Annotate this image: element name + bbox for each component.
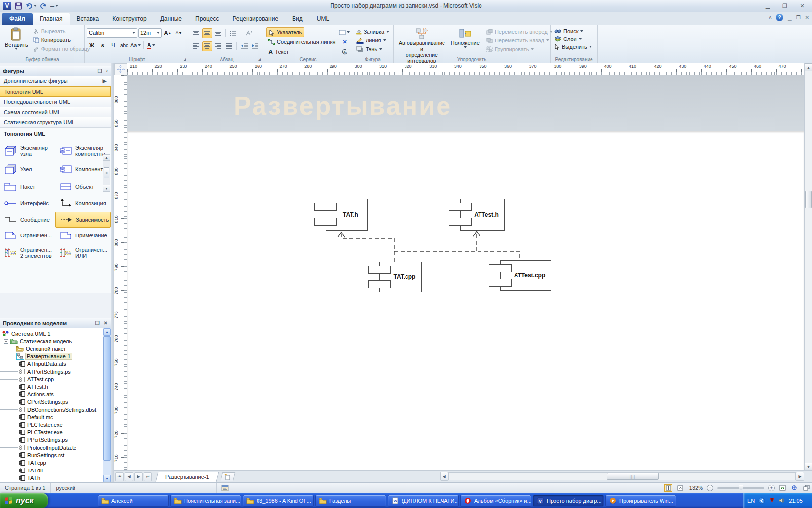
task-folder-explanatory-note[interactable]: Пояснительная запи... (170, 495, 241, 507)
next-page-icon[interactable]: ▶ (134, 472, 143, 481)
tree-deployment-diagram[interactable]: Развертывание-1 (0, 352, 103, 360)
tab-design[interactable]: Конструктор (106, 13, 153, 25)
uml-component-ATTest.cpp[interactable]: ATTest.cpp (500, 260, 551, 291)
float-panel-icon[interactable]: ❐ (95, 320, 100, 326)
layers-button[interactable]: Слои (553, 35, 595, 43)
task-visio-diagrams[interactable]: V Просто набор диагр... (533, 495, 604, 507)
tab-data[interactable]: Данные (153, 13, 188, 25)
switch-windows-icon[interactable] (802, 484, 810, 492)
tree-root[interactable]: Система UML 1 (0, 330, 103, 337)
tree-file-item[interactable]: RunSettings.rst (0, 451, 103, 459)
close-icon[interactable]: ✕ (795, 2, 809, 10)
stencil-uml-statechart[interactable]: Схема состояний UML (0, 107, 111, 117)
zoom-slider[interactable] (717, 487, 764, 489)
explorer-scrollbar[interactable]: ▲ ▼ (103, 328, 111, 482)
align-right-icon[interactable] (213, 41, 223, 51)
fit-page-icon[interactable] (778, 484, 786, 492)
doc-minimize-icon[interactable]: ▁ (788, 15, 792, 20)
tree-file-item[interactable]: ProtocolInputData.tc (0, 444, 103, 451)
change-case-button[interactable]: Aa (130, 40, 141, 50)
tree-file-item[interactable]: TAT.cpp (0, 459, 103, 467)
align-middle-icon[interactable] (202, 28, 212, 38)
superscript-icon[interactable] (244, 28, 254, 38)
tree-file-item[interactable]: Default.mc (0, 413, 103, 421)
paste-button[interactable]: Вставить (2, 26, 31, 53)
position-button[interactable]: Положение (448, 26, 482, 49)
stencil-scrollbar[interactable]: ▲ ≡ ▼ (103, 154, 110, 192)
doc-restore-icon[interactable]: ❐ (796, 15, 801, 20)
tree-file-item[interactable]: TAT.dll (0, 467, 103, 474)
tree-main-package[interactable]: − Основной пакет (0, 345, 103, 352)
stencil-more-shapes[interactable]: Дополнительные фигуры ▶ (0, 76, 111, 86)
tab-process[interactable]: Процесс (188, 13, 225, 25)
master-constraint-2[interactable]: КиА Ограничен... 2 элементов (0, 243, 55, 262)
strikethrough-button[interactable]: abc (119, 40, 129, 50)
macro-record-button[interactable] (216, 483, 234, 493)
text-tool-button[interactable]: А Текст (266, 47, 291, 57)
select-button[interactable]: Выделить (553, 43, 595, 51)
page-indicator[interactable]: Страница 1 из 1 (0, 483, 51, 493)
font-dialog-launcher[interactable]: ◢ (183, 57, 188, 62)
tree-file-item[interactable]: DBConnectionsSettings.dbst (0, 406, 103, 413)
horizontal-scrollbar[interactable]: ◀ |||| ▶ (440, 472, 804, 481)
tab-uml[interactable]: UML (310, 13, 336, 25)
master-constraint-or[interactable]: КиА Ограничен... ИЛИ (55, 243, 111, 262)
collapse-node-icon[interactable]: − (10, 347, 14, 351)
find-button[interactable]: Поиск (553, 27, 595, 35)
scroll-down-icon[interactable]: ▼ (103, 475, 111, 482)
copy-button[interactable]: Копировать (31, 36, 92, 44)
minimize-icon[interactable]: ▁ (761, 2, 775, 10)
master-interface[interactable]: Интерфейс (0, 195, 55, 212)
uml-component-TAT.cpp[interactable]: TAT.cpp (379, 262, 422, 292)
bold-button[interactable]: Ж (87, 40, 97, 50)
zoom-in-icon[interactable]: + (768, 485, 775, 491)
zoom-level[interactable]: 132% (688, 485, 703, 491)
tree-file-item[interactable]: Actions.ats (0, 391, 103, 398)
shadow-button[interactable]: Тень (354, 45, 391, 54)
paragraph-dialog-launcher[interactable]: ◢ (258, 57, 263, 62)
zoom-slider-thumb[interactable] (739, 485, 743, 491)
align-bottom-icon[interactable] (213, 28, 223, 38)
grow-font-button[interactable]: А▲ (163, 28, 173, 38)
task-folder-razdely[interactable]: Разделы (315, 495, 386, 507)
master-constraint[interactable]: Ограничен... (0, 228, 55, 243)
start-button[interactable]: пуск (0, 493, 48, 508)
uml-component-TAT.h[interactable]: TAT.h (326, 199, 368, 231)
stencil-uml-sequence[interactable]: Последовательности UML (0, 97, 111, 107)
insert-page-button[interactable] (220, 472, 235, 481)
italic-button[interactable]: К (98, 40, 108, 50)
language-options-icon[interactable] (758, 497, 765, 504)
stencil-uml-topology[interactable]: Топология UML (0, 86, 111, 97)
cut-button[interactable]: Вырезать (31, 27, 92, 35)
tree-file-item[interactable]: PLCTester.exe (0, 421, 103, 429)
connection-point-tool-button[interactable]: ✕ (340, 37, 350, 47)
tab-review[interactable]: Рецензирование (225, 13, 285, 25)
language-indicator[interactable]: русский (51, 483, 110, 493)
scroll-thumb[interactable] (805, 191, 812, 208)
tree-file-item[interactable]: ATTest.h (0, 383, 103, 391)
line-button[interactable]: Линия (354, 36, 391, 45)
close-panel-icon[interactable]: ✕ (104, 320, 108, 326)
drawing-canvas[interactable]: Развертывание TAT.hATTest.hTAT.cppATTest… (127, 75, 804, 470)
zoom-out-icon[interactable]: − (707, 485, 713, 491)
vertical-scrollbar[interactable]: ▲ ▼ (804, 63, 812, 470)
punto-switcher-icon[interactable] (768, 497, 775, 504)
font-size-select[interactable]: 12пт (138, 28, 162, 38)
stencil-scroll-up-icon[interactable]: ▲ (103, 155, 110, 161)
tree-file-item[interactable]: ATTest.cpp (0, 375, 103, 383)
tab-view[interactable]: Вид (285, 13, 310, 25)
first-page-icon[interactable]: ⏮ (115, 472, 124, 481)
scroll-left-icon[interactable]: ◀ (440, 472, 448, 481)
collapse-node-icon[interactable]: − (4, 339, 8, 344)
uml-component-ATTest.h[interactable]: ATTest.h (460, 199, 505, 231)
scroll-down-icon[interactable]: ▼ (805, 463, 812, 470)
float-panel-icon[interactable]: ❐ (98, 68, 102, 74)
stencil-scroll-down-icon[interactable]: ▼ (103, 185, 110, 191)
connector-tool-button[interactable]: Соединительная линия (266, 38, 337, 46)
task-folder-03-1986[interactable]: 03_1986 - A Kind Of ... (243, 495, 314, 507)
align-left-icon[interactable] (191, 41, 201, 51)
scroll-up-icon[interactable]: ▲ (103, 328, 111, 336)
scroll-up-icon[interactable]: ▲ (805, 63, 812, 71)
fill-button[interactable]: Заливка (354, 27, 391, 36)
send-backward-button[interactable]: Переместить назад (484, 37, 554, 44)
